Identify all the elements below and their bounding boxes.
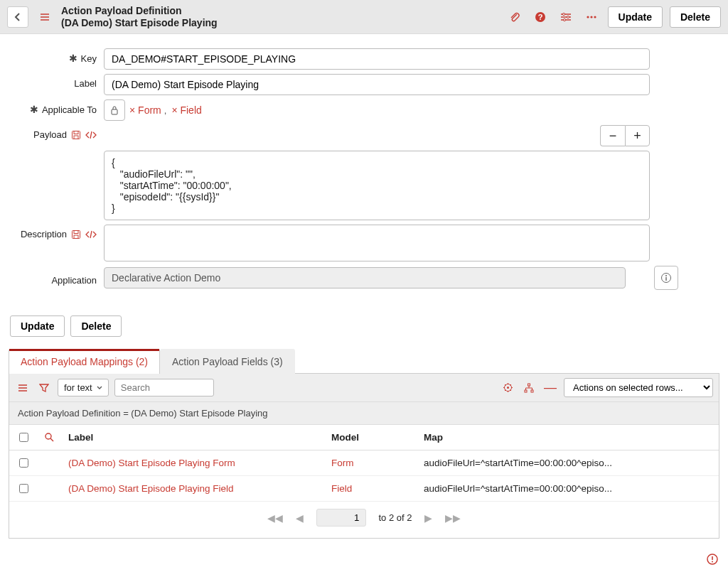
svg-rect-9 [73, 131, 80, 139]
caret-down-icon [97, 386, 102, 390]
save-icon[interactable] [70, 129, 82, 141]
form-area: ✱ Key Label ✱ Applicable To [0, 34, 728, 307]
pager: ◀◀ ◀ to 2 of 2 ▶ ▶▶ [9, 502, 719, 538]
footer-buttons: Update Delete [0, 307, 728, 348]
lock-button[interactable] [104, 99, 125, 121]
expand-button[interactable]: + [625, 125, 650, 146]
list-toolbar: for text — Actions on selected rows... [9, 374, 719, 401]
label-applicable-to: Applicable To [42, 104, 97, 115]
svg-point-16 [665, 275, 667, 276]
settings-icon[interactable] [557, 8, 575, 26]
tab-fields[interactable]: Action Payload Fields (3) [160, 349, 295, 374]
pager-current-input[interactable] [316, 509, 366, 527]
col-map[interactable]: Map [417, 425, 719, 450]
tab-mappings[interactable]: Action Payload Mappings (2) [9, 349, 160, 374]
pager-next[interactable]: ▶ [424, 512, 432, 524]
chip-form[interactable]: × Form [129, 104, 161, 116]
delete-button[interactable]: Delete [670, 6, 721, 28]
code-icon[interactable] [85, 129, 97, 141]
row-checkbox[interactable] [19, 484, 28, 493]
svg-rect-8 [112, 109, 117, 114]
pager-range-text: to 2 of 2 [379, 512, 412, 523]
row-label-link[interactable]: (DA Demo) Start Episode Playing Form [68, 458, 235, 468]
back-button[interactable] [7, 6, 28, 28]
pager-prev[interactable]: ◀ [296, 512, 304, 524]
label-description: Description [21, 229, 67, 239]
col-label[interactable]: Label [61, 425, 324, 450]
attachment-icon[interactable] [505, 8, 524, 26]
label-label: Label [74, 78, 97, 89]
svg-point-2 [562, 13, 564, 15]
svg-point-23 [46, 433, 51, 439]
list-breadcrumb[interactable]: Action Payload Definition = (DA Demo) St… [9, 401, 719, 424]
hierarchy-icon[interactable] [521, 380, 537, 396]
svg-point-26 [712, 561, 713, 563]
required-mark: ✱ [69, 53, 77, 64]
header-title-line2: (DA Demo) Start Episode Playing [61, 17, 498, 28]
actions-select[interactable]: Actions on selected rows... [564, 378, 713, 397]
pager-last[interactable]: ▶▶ [445, 512, 461, 524]
label-input[interactable] [104, 74, 650, 95]
update-button[interactable]: Update [608, 6, 663, 28]
select-all-checkbox[interactable] [19, 433, 28, 442]
svg-rect-22 [531, 390, 533, 392]
svg-rect-14 [74, 235, 78, 239]
collapse-button[interactable]: − [600, 125, 625, 146]
search-mode-selector[interactable]: for text [58, 379, 109, 396]
header-title: Action Payload Definition (DA Demo) Star… [61, 5, 498, 28]
svg-point-3 [567, 16, 569, 18]
svg-rect-17 [665, 277, 666, 281]
search-column-icon[interactable] [45, 433, 54, 442]
svg-rect-13 [74, 231, 78, 234]
update-button-footer[interactable]: Update [10, 315, 65, 337]
filter-icon[interactable] [36, 380, 52, 396]
row-model-link[interactable]: Field [331, 483, 352, 494]
help-icon[interactable]: ? [531, 8, 550, 26]
data-table: Label Model Map (DA Demo) Start Episode … [9, 424, 719, 502]
chevron-left-icon [14, 12, 21, 22]
required-mark: ✱ [30, 104, 38, 115]
search-mode-label: for text [64, 382, 92, 393]
description-textarea[interactable] [104, 225, 650, 261]
row-map: audioFileUrl=^startAtTime=00:00:00^episo… [417, 450, 719, 476]
svg-rect-12 [73, 231, 80, 239]
label-key: Key [81, 53, 97, 64]
row-map: audioFileUrl=^startAtTime=00:00:00^episo… [417, 476, 719, 502]
row-label-link[interactable]: (DA Demo) Start Episode Playing Field [68, 483, 234, 494]
svg-rect-21 [525, 390, 527, 392]
svg-rect-25 [712, 556, 713, 560]
remove-icon[interactable]: — [542, 380, 558, 396]
col-model[interactable]: Model [324, 425, 417, 450]
list-menu-icon[interactable] [15, 380, 31, 396]
more-icon[interactable] [582, 8, 601, 26]
svg-rect-11 [74, 136, 78, 139]
header-bar: Action Payload Definition (DA Demo) Star… [0, 0, 728, 34]
row-model-link[interactable]: Form [331, 458, 354, 468]
info-button[interactable] [654, 266, 678, 290]
svg-point-6 [590, 16, 592, 18]
payload-textarea[interactable]: { "audioFileUrl": "", "startAtTime": "00… [104, 151, 650, 220]
label-payload: Payload [33, 129, 67, 140]
svg-rect-20 [528, 384, 530, 386]
code-icon[interactable] [85, 229, 97, 240]
pager-first[interactable]: ◀◀ [267, 512, 283, 524]
chip-field[interactable]: × Field [171, 104, 201, 116]
table-row: (DA Demo) Start Episode Playing Form For… [9, 450, 719, 476]
delete-button-footer[interactable]: Delete [70, 315, 122, 337]
list-panel: for text — Actions on selected rows... A… [9, 374, 719, 539]
svg-text:?: ? [537, 13, 542, 21]
key-input[interactable] [104, 48, 650, 70]
context-menu-icon[interactable] [36, 8, 54, 26]
tabs-strip: Action Payload Mappings (2) Action Paylo… [9, 348, 719, 374]
svg-point-5 [587, 16, 589, 18]
application-input [104, 267, 626, 288]
label-application: Application [51, 275, 97, 286]
svg-point-7 [594, 16, 596, 18]
list-search-input[interactable] [114, 379, 214, 396]
svg-rect-10 [74, 131, 78, 134]
save-icon[interactable] [70, 229, 82, 240]
personalize-icon[interactable] [500, 380, 515, 396]
lock-icon [110, 105, 119, 115]
row-checkbox[interactable] [19, 458, 28, 468]
error-icon[interactable] [707, 554, 718, 565]
